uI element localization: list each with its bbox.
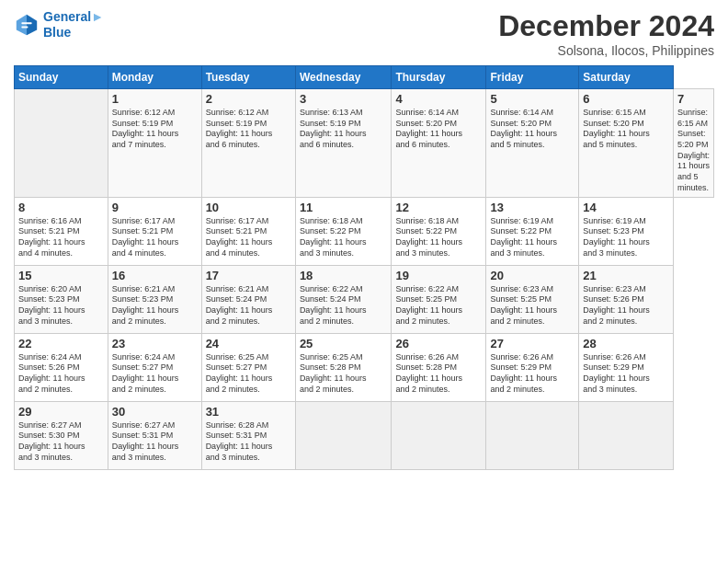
day-number: 31 — [206, 405, 291, 419]
day-info: Sunrise: 6:24 AM Sunset: 5:27 PM Dayligh… — [112, 352, 198, 396]
calendar-cell: 24Sunrise: 6:25 AM Sunset: 5:27 PM Dayli… — [201, 333, 295, 401]
day-info: Sunrise: 6:26 AM Sunset: 5:29 PM Dayligh… — [490, 352, 574, 396]
day-number: 29 — [18, 405, 104, 419]
calendar-cell: 28Sunrise: 6:26 AM Sunset: 5:29 PM Dayli… — [579, 333, 674, 401]
svg-rect-4 — [21, 26, 28, 28]
day-info: Sunrise: 6:12 AM Sunset: 5:19 PM Dayligh… — [206, 108, 291, 151]
calendar-cell: 26Sunrise: 6:26 AM Sunset: 5:28 PM Dayli… — [392, 333, 486, 401]
col-header-tuesday: Tuesday — [201, 66, 295, 89]
logo-text: General► Blue — [43, 9, 104, 40]
calendar-cell: 6Sunrise: 6:15 AM Sunset: 5:20 PM Daylig… — [579, 89, 674, 198]
day-info: Sunrise: 6:14 AM Sunset: 5:20 PM Dayligh… — [490, 108, 574, 151]
day-info: Sunrise: 6:27 AM Sunset: 5:31 PM Dayligh… — [112, 420, 198, 464]
svg-rect-3 — [21, 22, 31, 24]
day-info: Sunrise: 6:19 AM Sunset: 5:22 PM Dayligh… — [490, 216, 574, 259]
day-info: Sunrise: 6:17 AM Sunset: 5:21 PM Dayligh… — [112, 216, 198, 259]
calendar-cell: 3Sunrise: 6:13 AM Sunset: 5:19 PM Daylig… — [295, 89, 392, 198]
day-number: 13 — [490, 201, 574, 214]
logo-icon — [14, 12, 40, 38]
calendar-week-row: 8Sunrise: 6:16 AM Sunset: 5:21 PM Daylig… — [15, 197, 714, 265]
calendar-cell: 27Sunrise: 6:26 AM Sunset: 5:29 PM Dayli… — [486, 333, 579, 401]
logo: General► Blue — [14, 9, 104, 40]
calendar-cell: 4Sunrise: 6:14 AM Sunset: 5:20 PM Daylig… — [392, 89, 486, 198]
calendar-week-row: 29Sunrise: 6:27 AM Sunset: 5:30 PM Dayli… — [15, 401, 714, 469]
calendar-cell: 9Sunrise: 6:17 AM Sunset: 5:21 PM Daylig… — [108, 197, 201, 265]
day-info: Sunrise: 6:28 AM Sunset: 5:31 PM Dayligh… — [206, 420, 291, 464]
calendar-cell: 13Sunrise: 6:19 AM Sunset: 5:22 PM Dayli… — [486, 197, 579, 265]
day-number: 25 — [300, 337, 388, 350]
day-number: 27 — [490, 337, 574, 350]
col-header-thursday: Thursday — [392, 66, 486, 89]
day-number: 24 — [206, 337, 291, 350]
day-info: Sunrise: 6:13 AM Sunset: 5:19 PM Dayligh… — [300, 108, 388, 151]
calendar-cell: 15Sunrise: 6:20 AM Sunset: 5:23 PM Dayli… — [15, 265, 108, 333]
day-info: Sunrise: 6:19 AM Sunset: 5:23 PM Dayligh… — [583, 216, 669, 259]
day-info: Sunrise: 6:17 AM Sunset: 5:21 PM Dayligh… — [206, 216, 291, 259]
title-block: December 2024 Solsona, Ilocos, Philippin… — [498, 9, 714, 58]
day-number: 12 — [395, 201, 482, 214]
header: General► Blue December 2024 Solsona, Ilo… — [14, 9, 714, 58]
calendar-cell: 12Sunrise: 6:18 AM Sunset: 5:22 PM Dayli… — [392, 197, 486, 265]
calendar-cell: 16Sunrise: 6:21 AM Sunset: 5:23 PM Dayli… — [108, 265, 201, 333]
day-info: Sunrise: 6:23 AM Sunset: 5:25 PM Dayligh… — [490, 284, 574, 327]
col-header-wednesday: Wednesday — [295, 66, 392, 89]
calendar-cell — [579, 401, 674, 469]
day-number: 3 — [300, 92, 388, 106]
day-info: Sunrise: 6:20 AM Sunset: 5:23 PM Dayligh… — [18, 284, 104, 327]
day-number: 22 — [18, 337, 104, 350]
calendar-cell: 11Sunrise: 6:18 AM Sunset: 5:22 PM Dayli… — [295, 197, 392, 265]
calendar-cell: 2Sunrise: 6:12 AM Sunset: 5:19 PM Daylig… — [201, 89, 295, 198]
calendar-cell — [486, 401, 579, 469]
day-info: Sunrise: 6:21 AM Sunset: 5:24 PM Dayligh… — [206, 284, 291, 327]
day-number: 7 — [677, 92, 710, 106]
logo-line1: General — [43, 9, 91, 24]
day-info: Sunrise: 6:22 AM Sunset: 5:25 PM Dayligh… — [395, 284, 482, 327]
day-number: 5 — [490, 92, 574, 106]
day-number: 26 — [395, 337, 482, 350]
calendar-table: SundayMondayTuesdayWednesdayThursdayFrid… — [14, 65, 714, 470]
calendar-cell — [15, 89, 108, 198]
location: Solsona, Ilocos, Philippines — [498, 43, 714, 58]
calendar-cell: 31Sunrise: 6:28 AM Sunset: 5:31 PM Dayli… — [201, 401, 295, 469]
day-number: 10 — [206, 201, 291, 214]
calendar-cell: 19Sunrise: 6:22 AM Sunset: 5:25 PM Dayli… — [392, 265, 486, 333]
calendar-cell — [392, 401, 486, 469]
calendar-cell: 8Sunrise: 6:16 AM Sunset: 5:21 PM Daylig… — [15, 197, 108, 265]
day-info: Sunrise: 6:21 AM Sunset: 5:23 PM Dayligh… — [112, 284, 198, 327]
day-number: 18 — [300, 269, 388, 282]
day-number: 4 — [395, 92, 482, 106]
day-info: Sunrise: 6:26 AM Sunset: 5:28 PM Dayligh… — [395, 352, 482, 396]
calendar-cell: 1Sunrise: 6:12 AM Sunset: 5:19 PM Daylig… — [108, 89, 201, 198]
calendar-cell: 21Sunrise: 6:23 AM Sunset: 5:26 PM Dayli… — [579, 265, 674, 333]
day-info: Sunrise: 6:15 AM Sunset: 5:20 PM Dayligh… — [583, 108, 669, 151]
day-info: Sunrise: 6:14 AM Sunset: 5:20 PM Dayligh… — [395, 108, 482, 151]
day-number: 2 — [206, 92, 291, 106]
page-container: General► Blue December 2024 Solsona, Ilo… — [0, 0, 728, 563]
calendar-cell: 25Sunrise: 6:25 AM Sunset: 5:28 PM Dayli… — [295, 333, 392, 401]
day-number: 30 — [112, 405, 198, 419]
day-number: 11 — [300, 201, 388, 214]
day-number: 9 — [112, 201, 198, 214]
day-info: Sunrise: 6:25 AM Sunset: 5:28 PM Dayligh… — [300, 352, 388, 396]
day-number: 15 — [18, 269, 104, 282]
day-info: Sunrise: 6:22 AM Sunset: 5:24 PM Dayligh… — [300, 284, 388, 327]
col-header-saturday: Saturday — [579, 66, 674, 89]
calendar-week-row: 22Sunrise: 6:24 AM Sunset: 5:26 PM Dayli… — [15, 333, 714, 401]
calendar-cell: 5Sunrise: 6:14 AM Sunset: 5:20 PM Daylig… — [486, 89, 579, 198]
day-info: Sunrise: 6:18 AM Sunset: 5:22 PM Dayligh… — [395, 216, 482, 259]
day-number: 6 — [583, 92, 669, 106]
calendar-cell: 10Sunrise: 6:17 AM Sunset: 5:21 PM Dayli… — [201, 197, 295, 265]
day-number: 14 — [583, 201, 669, 214]
day-number: 17 — [206, 269, 291, 282]
calendar-cell — [295, 401, 392, 469]
col-header-sunday: Sunday — [15, 66, 108, 89]
day-info: Sunrise: 6:25 AM Sunset: 5:27 PM Dayligh… — [206, 352, 291, 396]
day-info: Sunrise: 6:27 AM Sunset: 5:30 PM Dayligh… — [18, 420, 104, 464]
day-number: 28 — [583, 337, 669, 350]
month-title: December 2024 — [498, 9, 714, 43]
calendar-week-row: 15Sunrise: 6:20 AM Sunset: 5:23 PM Dayli… — [15, 265, 714, 333]
day-info: Sunrise: 6:15 AM Sunset: 5:20 PM Dayligh… — [677, 108, 710, 194]
calendar-cell: 14Sunrise: 6:19 AM Sunset: 5:23 PM Dayli… — [579, 197, 674, 265]
day-number: 20 — [490, 269, 574, 282]
calendar-cell: 30Sunrise: 6:27 AM Sunset: 5:31 PM Dayli… — [108, 401, 201, 469]
